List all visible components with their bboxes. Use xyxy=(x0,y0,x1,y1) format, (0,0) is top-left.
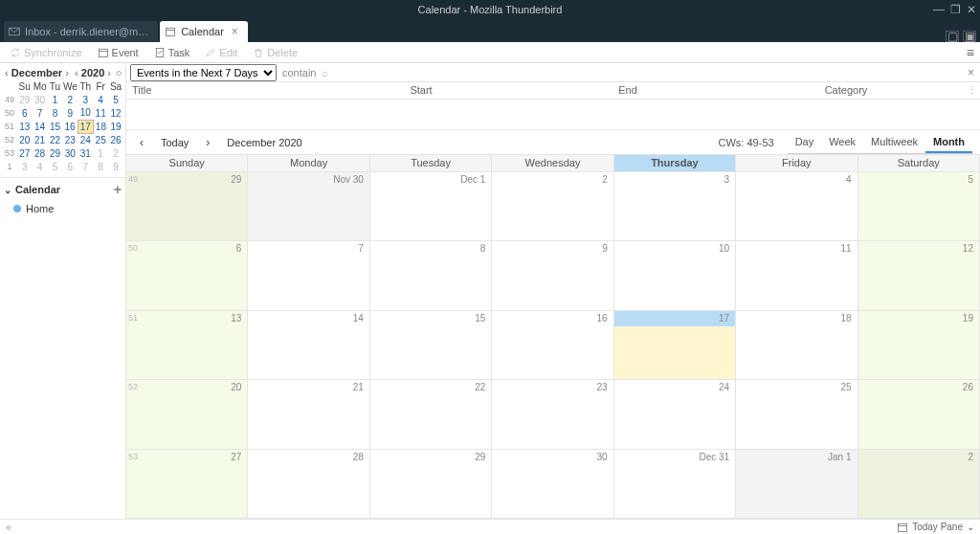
day-cell[interactable]: 506 xyxy=(126,241,248,309)
day-cell[interactable]: 7 xyxy=(248,241,369,309)
mini-today-icon[interactable]: ○ xyxy=(114,67,123,78)
mini-day[interactable]: 8 xyxy=(93,160,108,173)
window-minimize-icon[interactable]: — xyxy=(933,3,945,16)
day-cell[interactable]: 4929 xyxy=(126,172,248,240)
mini-prev-year-icon[interactable]: ‹ xyxy=(72,67,81,78)
day-cell[interactable]: 30 xyxy=(492,450,613,518)
column-picker-icon[interactable]: ⋮ xyxy=(961,82,980,99)
mini-day[interactable]: 18 xyxy=(93,120,108,133)
mini-day[interactable]: 8 xyxy=(48,106,63,120)
today-button[interactable]: Today xyxy=(157,135,192,150)
mini-day[interactable]: 23 xyxy=(62,133,78,146)
mini-day[interactable]: 31 xyxy=(78,146,93,160)
filter-close-icon[interactable]: × xyxy=(968,66,974,79)
window-maximize-icon[interactable]: ❐ xyxy=(950,3,961,16)
day-cell[interactable]: 2 xyxy=(492,172,613,240)
mini-day[interactable]: 28 xyxy=(33,146,48,160)
mini-day[interactable]: 5 xyxy=(108,93,123,106)
mini-day[interactable]: 3 xyxy=(78,93,93,106)
connection-status-icon[interactable]: ⟐ xyxy=(6,522,11,532)
mini-next-year-icon[interactable]: › xyxy=(104,67,114,78)
mini-day[interactable]: 3 xyxy=(17,160,33,173)
day-cell[interactable]: 12 xyxy=(858,241,980,309)
tab-calendar[interactable]: Calendar × xyxy=(160,21,248,42)
day-cell[interactable]: Nov 30 xyxy=(248,172,369,240)
delete-button[interactable]: Delete xyxy=(247,45,303,60)
day-cell[interactable]: 26 xyxy=(858,380,980,448)
col-end[interactable]: End xyxy=(524,82,731,99)
day-cell[interactable]: 22 xyxy=(370,380,492,448)
event-range-select[interactable]: Events in the Next 7 Days xyxy=(130,64,277,81)
mini-prev-month-icon[interactable]: ‹ xyxy=(2,67,11,78)
mini-day[interactable]: 17 xyxy=(78,120,93,133)
day-cell[interactable]: 5113 xyxy=(126,311,248,379)
mini-day[interactable]: 29 xyxy=(48,146,63,160)
day-cell[interactable]: 24 xyxy=(614,380,736,448)
day-cell[interactable]: 5 xyxy=(858,172,980,240)
event-search-input[interactable] xyxy=(334,67,962,78)
day-cell[interactable]: 28 xyxy=(248,450,369,518)
view-week[interactable]: Week xyxy=(821,132,863,153)
day-cell[interactable]: 19 xyxy=(858,311,980,379)
day-cell[interactable]: Dec 31 xyxy=(614,450,736,518)
mini-day[interactable]: 12 xyxy=(108,106,123,120)
mini-day[interactable]: 20 xyxy=(17,133,33,146)
mini-day[interactable]: 9 xyxy=(108,160,123,173)
day-cell[interactable]: 11 xyxy=(736,241,858,309)
col-start[interactable]: Start xyxy=(318,82,524,99)
day-cell[interactable]: 4 xyxy=(736,172,858,240)
day-cell[interactable]: 5327 xyxy=(126,450,248,518)
day-cell[interactable]: 16 xyxy=(492,311,613,379)
mini-day[interactable]: 6 xyxy=(17,106,33,120)
edit-button[interactable]: Edit xyxy=(199,45,243,60)
mini-day[interactable]: 1 xyxy=(48,93,63,106)
day-cell[interactable]: 5220 xyxy=(126,380,248,448)
day-cell[interactable]: 10 xyxy=(614,241,736,309)
col-title[interactable]: Title xyxy=(126,82,318,99)
mini-next-month-icon[interactable]: › xyxy=(62,67,72,78)
mini-day[interactable]: 24 xyxy=(78,133,93,146)
day-cell[interactable]: 21 xyxy=(248,380,369,448)
synchronize-button[interactable]: Synchronize xyxy=(4,45,88,60)
mini-day[interactable]: 30 xyxy=(62,146,78,160)
mini-day[interactable]: 21 xyxy=(33,133,48,146)
app-menu-icon[interactable]: ≡ xyxy=(967,45,974,60)
day-cell[interactable]: 8 xyxy=(370,241,492,309)
view-month[interactable]: Month xyxy=(925,132,972,153)
mini-day[interactable]: 7 xyxy=(33,106,48,120)
prev-period-icon[interactable]: ‹ xyxy=(134,136,149,149)
mini-day[interactable]: 22 xyxy=(48,133,63,146)
mini-day[interactable]: 19 xyxy=(108,120,123,133)
new-event-button[interactable]: Event xyxy=(92,45,145,60)
mini-day[interactable]: 5 xyxy=(48,160,63,173)
mini-day[interactable]: 4 xyxy=(33,160,48,173)
view-day[interactable]: Day xyxy=(788,132,822,153)
mini-day[interactable]: 2 xyxy=(62,93,78,106)
day-cell[interactable]: 15 xyxy=(370,311,492,379)
new-task-button[interactable]: Task xyxy=(148,45,196,60)
tab-inbox[interactable]: Inbox - derrik.diener@m… xyxy=(4,21,158,42)
col-category[interactable]: Category xyxy=(731,82,961,99)
day-cell[interactable]: 9 xyxy=(492,241,613,309)
mini-day[interactable]: 14 xyxy=(33,120,48,133)
day-cell[interactable]: Dec 1 xyxy=(370,172,492,240)
day-cell[interactable]: 17 xyxy=(614,311,736,379)
mini-day[interactable]: 13 xyxy=(17,120,33,133)
mini-day[interactable]: 11 xyxy=(93,106,108,120)
tab-close-icon[interactable]: × xyxy=(232,25,238,38)
mini-day[interactable]: 16 xyxy=(62,120,78,133)
mini-day[interactable]: 7 xyxy=(78,160,93,173)
add-calendar-icon[interactable]: + xyxy=(114,182,122,197)
day-cell[interactable]: 29 xyxy=(370,450,492,518)
day-cell[interactable]: 14 xyxy=(248,311,369,379)
today-pane-toggle[interactable]: Today Pane ⌄ xyxy=(897,522,974,533)
mini-day[interactable]: 30 xyxy=(33,93,48,106)
panel-toggle-icon[interactable]: ▣ xyxy=(963,31,976,42)
day-cell[interactable]: 3 xyxy=(614,172,736,240)
view-multiweek[interactable]: Multiweek xyxy=(863,132,925,153)
mini-day[interactable]: 9 xyxy=(62,106,78,120)
mini-day[interactable]: 6 xyxy=(62,160,78,173)
mini-day[interactable]: 26 xyxy=(108,133,123,146)
day-cell[interactable]: 2 xyxy=(858,450,980,518)
mini-day[interactable]: 2 xyxy=(108,146,123,160)
